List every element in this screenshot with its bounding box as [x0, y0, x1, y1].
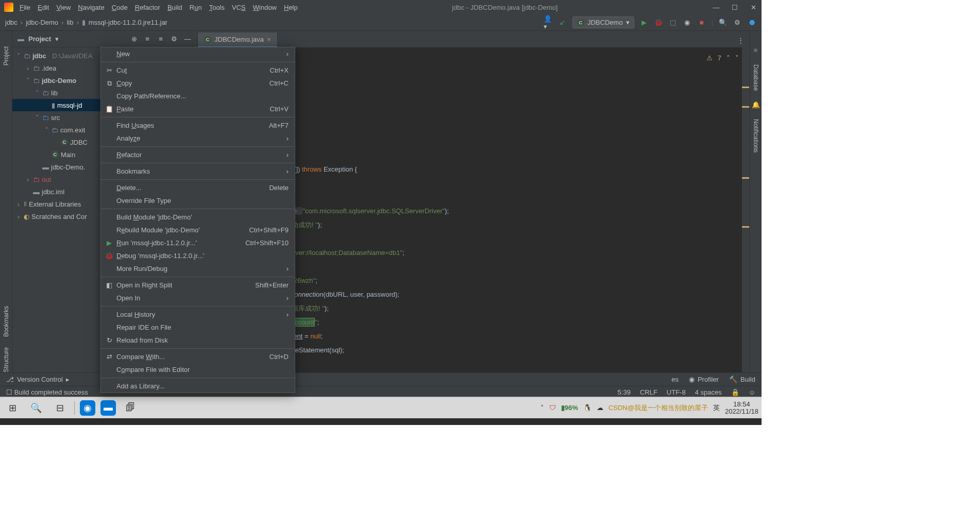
stop-icon[interactable]: ■ — [697, 18, 706, 27]
taskbar-app[interactable]: 🗐 — [121, 399, 140, 417]
context-menu-item[interactable]: Find UsagesAlt+F7 — [101, 119, 295, 132]
context-menu-item[interactable]: Bookmarks› — [101, 165, 295, 178]
tray-icon[interactable]: ☁ — [597, 404, 603, 412]
line-separator[interactable]: CRLF — [640, 388, 657, 396]
context-menu-item[interactable]: ⇄Compare With...Ctrl+D — [101, 350, 295, 363]
coverage-icon[interactable]: ⬚ — [668, 18, 678, 27]
menu-build[interactable]: Build — [167, 4, 182, 11]
chevron-down-icon[interactable]: ▾ — [55, 35, 59, 43]
context-menu-item[interactable]: Analyze› — [101, 132, 295, 145]
notifications-tool-button[interactable]: Notifications — [752, 119, 759, 152]
taskbar-app[interactable]: ▬ — [100, 400, 116, 416]
ime-indicator[interactable]: 英 — [713, 403, 720, 413]
run-config-selector[interactable]: C JDBCDemo ▾ — [572, 16, 634, 28]
run-icon[interactable]: ▶ — [639, 18, 649, 27]
editor-scrollbar[interactable] — [742, 47, 749, 372]
breadcrumb-item[interactable]: mssql-jdbc-11.2.0.jre11.jar — [89, 19, 167, 26]
settings-icon[interactable]: ⚙ — [733, 18, 742, 27]
tab-close-icon[interactable]: × — [267, 36, 271, 43]
context-menu-item[interactable]: 📋PasteCtrl+V — [101, 103, 295, 115]
profile-icon[interactable]: ◉ — [683, 18, 692, 27]
bookmarks-tool-button[interactable]: Bookmarks — [3, 306, 10, 337]
context-menu-item[interactable]: Add as Library... — [101, 380, 295, 393]
battery-indicator[interactable]: ▮96% — [561, 404, 578, 412]
vcs-update-icon[interactable]: ↙ — [558, 18, 567, 27]
hide-icon[interactable]: — — [183, 35, 192, 44]
next-highlight-icon[interactable]: ˅ — [735, 52, 739, 65]
context-menu-item[interactable]: New› — [101, 47, 295, 60]
status-tool-icon[interactable]: ☐ — [6, 388, 12, 396]
menu-edit[interactable]: Edit — [38, 4, 49, 11]
context-menu-item[interactable]: More Run/Debug› — [101, 262, 295, 275]
context-menu-item[interactable]: Override File Type — [101, 194, 295, 207]
tray-icon[interactable]: 🛡 — [549, 404, 556, 412]
tray-icon[interactable]: ˄ — [540, 404, 544, 412]
start-button[interactable]: ⊞ — [3, 399, 22, 417]
select-opened-icon[interactable]: ⊕ — [129, 35, 139, 44]
database-tool-button[interactable]: Database — [752, 64, 759, 91]
readonly-icon[interactable]: 🔒 — [731, 388, 739, 396]
menu-code[interactable]: Code — [112, 4, 128, 11]
taskbar-app[interactable]: ◉ — [80, 400, 95, 416]
breadcrumb-item[interactable]: jdbc — [5, 19, 18, 26]
menu-vcs[interactable]: VCS — [232, 4, 246, 11]
es-tab[interactable]: es — [671, 376, 679, 383]
search-icon[interactable]: 🔍 — [718, 18, 728, 27]
context-menu[interactable]: New›✂CutCtrl+X⧉CopyCtrl+CCopy Path/Refer… — [100, 47, 295, 393]
clock[interactable]: 18:54 2022/11/18 — [725, 401, 758, 415]
context-menu-item[interactable]: 🐞Debug 'mssql-jdbc-11.2.0.jr...' — [101, 249, 295, 262]
warning-icon[interactable]: ⚠ — [706, 52, 713, 65]
context-menu-item[interactable]: Compare File with Editor — [101, 363, 295, 376]
user-icon[interactable]: 👤▾ — [544, 18, 553, 27]
code-with-me-icon[interactable]: ⬣ — [747, 18, 756, 27]
context-menu-item[interactable]: Repair IDE on File — [101, 321, 295, 334]
menu-tools[interactable]: Tools — [209, 4, 225, 11]
cursor-position[interactable]: 5:39 — [618, 388, 631, 396]
context-menu-item[interactable]: Rebuild Module 'jdbc-Demo'Ctrl+Shift+F9 — [101, 224, 295, 236]
context-menu-item[interactable]: ◧Open in Right SplitShift+Enter — [101, 279, 295, 292]
search-icon[interactable]: 🔍 — [27, 399, 45, 417]
context-menu-item[interactable]: Refactor› — [101, 148, 295, 161]
gear-icon[interactable]: ⚙ — [170, 35, 179, 44]
editor-more-icon[interactable]: ⋮ — [732, 33, 749, 47]
context-menu-item[interactable]: ▶Run 'mssql-jdbc-11.2.0.jr...'Ctrl+Shift… — [101, 236, 295, 249]
context-menu-item[interactable]: Copy Path/Reference... — [101, 90, 295, 103]
close-button[interactable]: ✕ — [749, 3, 757, 11]
prev-highlight-icon[interactable]: ˄ — [726, 52, 730, 65]
menu-window[interactable]: Window — [253, 4, 277, 11]
version-control-tab[interactable]: ⎇Version Control▸ — [6, 376, 70, 383]
maximize-button[interactable]: ☐ — [731, 3, 739, 11]
editor-tab[interactable]: C JDBCDemo.java × — [198, 32, 278, 47]
project-tool-button[interactable]: Project — [3, 46, 10, 65]
breadcrumb-item[interactable]: lib — [66, 19, 73, 26]
task-view-icon[interactable]: ⊟ — [50, 399, 69, 417]
debug-icon[interactable]: 🐞 — [654, 18, 663, 27]
menu-navigate[interactable]: Navigate — [78, 4, 104, 11]
menu-view[interactable]: View — [56, 4, 71, 11]
database-icon[interactable]: ≡ — [754, 46, 758, 54]
menu-help[interactable]: Help — [284, 4, 298, 11]
build-tab[interactable]: 🔨Build — [729, 376, 755, 383]
menu-file[interactable]: File — [20, 4, 30, 11]
structure-tool-button[interactable]: Structure — [3, 347, 10, 372]
bell-icon[interactable]: 🔔 — [752, 101, 760, 109]
expand-all-icon[interactable]: ≡ — [143, 35, 152, 44]
context-menu-item[interactable]: Build Module 'jdbc-Demo' — [101, 211, 295, 224]
context-menu-item[interactable]: ⧉CopyCtrl+C — [101, 77, 295, 90]
file-encoding[interactable]: UTF-8 — [667, 388, 686, 396]
menu-refactor[interactable]: Refactor — [135, 4, 160, 11]
context-menu-item[interactable]: ↻Reload from Disk — [101, 334, 295, 347]
breadcrumb-item[interactable]: jdbc-Demo — [26, 19, 58, 26]
breadcrumb[interactable]: jdbc› jdbc-Demo› lib› ▮ mssql-jdbc-11.2.… — [5, 19, 167, 26]
profiler-tab[interactable]: ◉Profiler — [689, 376, 719, 383]
minimize-button[interactable]: — — [712, 3, 720, 11]
context-menu-item[interactable]: Delete...Delete — [101, 181, 295, 194]
menu-run[interactable]: Run — [190, 4, 202, 11]
memory-icon[interactable]: ☺ — [749, 388, 755, 396]
context-menu-item[interactable]: ✂CutCtrl+X — [101, 64, 295, 77]
indent-setting[interactable]: 4 spaces — [695, 388, 722, 396]
context-menu-item[interactable]: Open In› — [101, 292, 295, 304]
tray-icon[interactable]: 🐧 — [583, 404, 592, 412]
collapse-all-icon[interactable]: ≡ — [156, 35, 165, 44]
context-menu-item[interactable]: Local History› — [101, 308, 295, 321]
